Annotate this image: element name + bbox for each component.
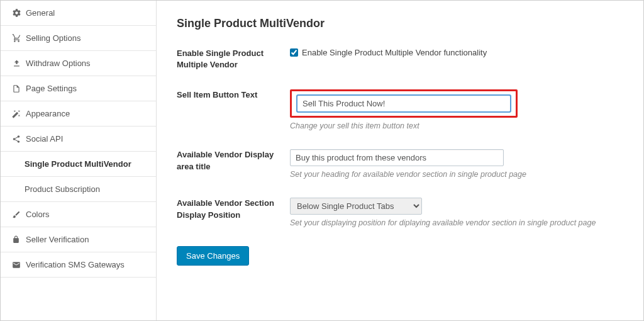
- sidebar-item-verification-sms[interactable]: Verification SMS Gateways: [1, 252, 156, 278]
- cart-icon: [12, 33, 26, 43]
- label-sell-button-text: Sell Item Button Text: [177, 89, 290, 101]
- wand-icon: [12, 110, 26, 118]
- sidebar-item-social-api[interactable]: Social API: [1, 127, 156, 152]
- sidebar-item-appearance[interactable]: Appearance: [1, 101, 156, 127]
- checkbox-enable-text: Enable Single Product Multiple Vendor fu…: [302, 48, 487, 57]
- share-icon: [12, 135, 26, 144]
- settings-sidebar: General Selling Options Withdraw Options…: [1, 1, 157, 320]
- sidebar-item-seller-verification[interactable]: Seller Verification: [1, 227, 156, 252]
- page-icon: [12, 84, 26, 93]
- sidebar-item-label: General: [26, 8, 55, 18]
- settings-content: Single Product MultiVendor Enable Single…: [157, 1, 643, 320]
- sidebar-item-label: Page Settings: [26, 84, 77, 93]
- sidebar-sub-product-subscription[interactable]: Product Subscription: [1, 177, 156, 202]
- brush-icon: [12, 210, 26, 219]
- vendor-position-select[interactable]: Below Single Product Tabs: [290, 198, 422, 215]
- row-vendor-position: Available Vendor Section Display Positio…: [177, 198, 623, 227]
- sidebar-item-label: Verification SMS Gateways: [26, 260, 125, 269]
- sidebar-sub-single-product-multivendor[interactable]: Single Product MultiVendor: [1, 152, 156, 177]
- page-title: Single Product MultiVendor: [177, 17, 623, 30]
- label-enable-multivendor: Enable Single Product Multiple Vendor: [177, 48, 290, 70]
- row-sell-button-text: Sell Item Button Text Change your sell t…: [177, 89, 623, 130]
- save-changes-button[interactable]: Save Changes: [177, 246, 249, 266]
- upload-icon: [12, 59, 26, 68]
- sidebar-item-page-settings[interactable]: Page Settings: [1, 76, 156, 101]
- sell-button-text-input[interactable]: [297, 95, 511, 112]
- hint-vendor-title: Set your heading for available vendor se…: [290, 170, 623, 179]
- sidebar-item-withdraw-options[interactable]: Withdraw Options: [1, 51, 156, 76]
- vendor-title-input[interactable]: [290, 149, 504, 166]
- lock-icon: [12, 235, 26, 244]
- sidebar-item-label: Colors: [26, 210, 50, 219]
- sidebar-item-label: Selling Options: [26, 33, 80, 43]
- highlight-box: [290, 89, 518, 118]
- sidebar-item-label: Social API: [26, 134, 63, 144]
- sidebar-item-label: Appearance: [26, 109, 70, 118]
- sidebar-item-label: Seller Verification: [26, 235, 89, 244]
- sidebar-sub-label: Single Product MultiVendor: [25, 159, 131, 169]
- row-enable-multivendor: Enable Single Product Multiple Vendor En…: [177, 48, 623, 70]
- row-vendor-title: Available Vendor Display area title Set …: [177, 149, 623, 179]
- mail-icon: [12, 261, 26, 269]
- sidebar-item-selling-options[interactable]: Selling Options: [1, 26, 156, 51]
- hint-sell-button: Change your sell this item button text: [290, 121, 623, 130]
- sidebar-item-label: Withdraw Options: [26, 59, 91, 68]
- hint-vendor-position: Set your displaying position for diplayi…: [290, 218, 623, 227]
- label-vendor-position: Available Vendor Section Display Positio…: [177, 198, 290, 220]
- checkbox-enable-multivendor[interactable]: Enable Single Product Multiple Vendor fu…: [290, 48, 623, 57]
- sidebar-item-colors[interactable]: Colors: [1, 202, 156, 227]
- gear-icon: [12, 8, 26, 18]
- checkbox-enable-input[interactable]: [290, 48, 298, 57]
- label-vendor-title: Available Vendor Display area title: [177, 149, 290, 172]
- sidebar-item-general[interactable]: General: [1, 1, 156, 26]
- sidebar-sub-label: Product Subscription: [25, 184, 100, 194]
